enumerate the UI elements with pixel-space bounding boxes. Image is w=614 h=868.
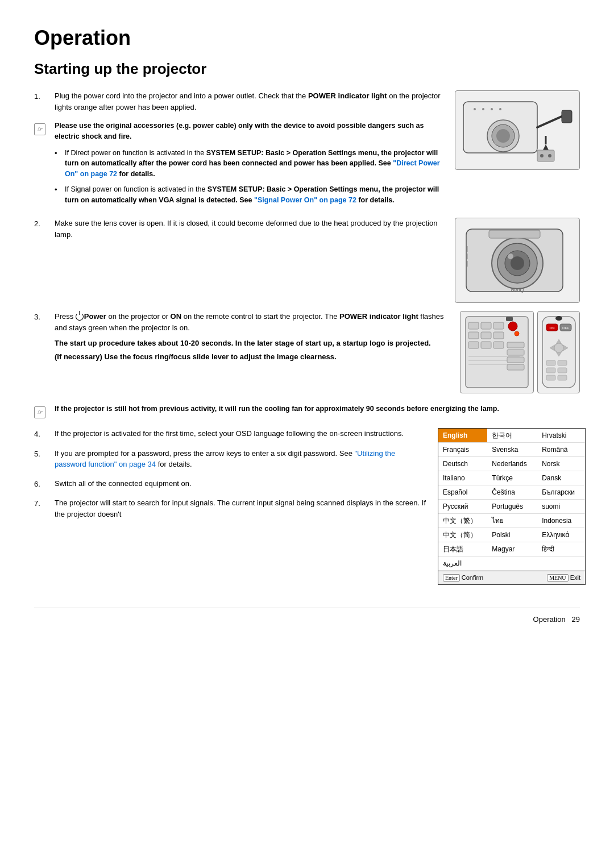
remote-control-image: ON OFF — [537, 311, 580, 393]
lang-swedish[interactable]: Svenska — [487, 443, 537, 457]
svg-point-3 — [491, 108, 493, 110]
lang-greek[interactable]: Ελληνικά — [537, 528, 585, 542]
svg-rect-37 — [506, 317, 513, 321]
step-2-left: 2. Make sure the lens cover is open. If … — [34, 218, 455, 248]
svg-rect-42 — [507, 342, 524, 348]
svg-rect-31 — [481, 332, 491, 339]
svg-rect-60 — [546, 375, 555, 380]
lang-portuguese[interactable]: Português — [487, 500, 537, 514]
footer-label: Operation — [533, 614, 566, 625]
lang-korean[interactable]: 한국어 — [487, 429, 537, 443]
bold-power-indicator-light: POWER indicator light — [339, 312, 418, 321]
step-6-text: Switch all of the connected equipment on… — [55, 478, 426, 489]
step-3-text: Press Power on the projector or ON on th… — [55, 311, 454, 362]
language-table: English 한국어 Hrvatski Français Svenska Ro… — [438, 429, 585, 571]
plug-svg — [458, 93, 577, 167]
lang-row-9: 日本語 Magyar हिन्दी — [438, 542, 585, 556]
lang-russian[interactable]: Русский — [438, 500, 487, 514]
lens-image: BenQ — [455, 218, 580, 303]
lang-row-2: Français Svenska Română — [438, 443, 585, 457]
lang-row-5: Español Čeština Български — [438, 485, 585, 500]
step-6-num: 6. — [34, 478, 55, 490]
step-4-num: 4. — [34, 428, 55, 440]
bold-on: ON — [171, 312, 182, 321]
lang-indonesian[interactable]: Indonesia — [537, 514, 585, 528]
step-1-row: 1. Plug the power cord into the projecto… — [34, 90, 580, 210]
lang-danish[interactable]: Dansk — [537, 471, 585, 485]
step-3-content: 3. Press Power on the projector or ON on… — [34, 311, 454, 362]
svg-rect-32 — [493, 332, 504, 339]
step-3-num: 3. — [34, 311, 55, 323]
lang-chinese-trad[interactable]: 中文（繁） — [438, 514, 487, 528]
lang-hungarian[interactable]: Magyar — [487, 542, 537, 556]
step-1-num: 1. — [34, 90, 55, 102]
lens-svg: BenQ — [458, 218, 577, 303]
lang-norwegian[interactable]: Norsk — [537, 457, 585, 471]
svg-rect-44 — [507, 357, 524, 363]
step-1-content: 1. Plug the power cord into the projecto… — [34, 90, 443, 113]
svg-rect-9 — [562, 110, 572, 123]
svg-rect-35 — [493, 342, 504, 348]
bullet-direct-power: • If Direct power on function is activat… — [34, 148, 443, 180]
svg-point-62 — [555, 316, 562, 321]
lang-empty-1 — [487, 556, 537, 571]
lang-polish[interactable]: Polski — [487, 528, 537, 542]
svg-rect-57 — [558, 360, 567, 366]
svg-rect-29 — [493, 322, 504, 329]
lang-turkish[interactable]: Türkçe — [487, 471, 537, 485]
svg-rect-30 — [468, 332, 479, 339]
lang-arabic[interactable]: العربية — [438, 556, 487, 571]
lang-bulgarian[interactable]: Български — [537, 485, 585, 500]
language-table-body: English 한국어 Hrvatski Français Svenska Ro… — [438, 429, 585, 571]
lang-french[interactable]: Français — [438, 443, 487, 457]
svg-text:BenQ: BenQ — [511, 287, 524, 293]
step-1-text: Plug the power cord into the projector a… — [55, 90, 443, 113]
language-table-footer: Enter Confirm MENU Exit — [438, 571, 585, 584]
cooling-tip-icon: ☞ — [34, 404, 55, 419]
lang-romanian[interactable]: Română — [537, 443, 585, 457]
svg-rect-12 — [537, 150, 554, 161]
lang-row-6: Русский Português suomi — [438, 500, 585, 514]
bullet-dot-2: • — [55, 184, 65, 196]
plug-image — [455, 90, 580, 170]
lang-row-8: 中文（简） Polski Ελληνικά — [438, 528, 585, 542]
lang-czech[interactable]: Čeština — [487, 485, 537, 500]
step-3-note1: The start up procedure takes about 10-20… — [55, 338, 454, 349]
step-2-content: 2. Make sure the lens cover is open. If … — [34, 218, 443, 240]
lang-chinese-simp[interactable]: 中文（简） — [438, 528, 487, 542]
svg-rect-61 — [558, 375, 567, 380]
link-direct-power-on[interactable]: "Direct Power On" on page 72 — [65, 159, 440, 178]
step-5-content: 5. If you are prompted for a password, p… — [34, 448, 426, 470]
svg-rect-22 — [489, 230, 540, 238]
control-panel-image — [460, 311, 534, 393]
svg-point-14 — [548, 154, 551, 157]
svg-text:ON: ON — [549, 326, 554, 330]
svg-point-13 — [540, 154, 544, 157]
link-signal-power-on[interactable]: "Signal Power On" on page 72 — [254, 196, 356, 204]
bullet-dot-1: • — [55, 148, 65, 159]
svg-point-19 — [511, 256, 524, 270]
link-password-function[interactable]: "Utilizing the password function" on pag… — [55, 449, 395, 469]
cooling-fan-note: ☞ If the projector is still hot from pre… — [34, 404, 580, 419]
lang-english[interactable]: English — [438, 429, 487, 443]
lang-spanish[interactable]: Español — [438, 485, 487, 500]
step-7-text: The projector will start to search for i… — [55, 497, 426, 520]
step-3-note2: (If necessary) Use the focus ring/focus … — [55, 351, 454, 363]
svg-rect-28 — [481, 322, 491, 329]
plug-image-area — [455, 90, 580, 170]
svg-rect-58 — [546, 368, 555, 373]
power-symbol-icon — [76, 313, 84, 321]
chapter-title: Operation — [34, 23, 580, 53]
lang-hindi[interactable]: हिन्दी — [537, 542, 585, 556]
lang-croatian[interactable]: Hrvatski — [537, 429, 585, 443]
svg-rect-33 — [468, 342, 479, 348]
lang-japanese[interactable]: 日本語 — [438, 542, 487, 556]
lang-finnish[interactable]: suomi — [537, 500, 585, 514]
step-2-text: Make sure the lens cover is open. If it … — [55, 218, 443, 240]
lang-german[interactable]: Deutsch — [438, 457, 487, 471]
lang-dutch[interactable]: Nederlands — [487, 457, 537, 471]
lang-italian[interactable]: Italiano — [438, 471, 487, 485]
svg-point-2 — [482, 108, 484, 110]
lang-thai[interactable]: ไทย — [487, 514, 537, 528]
enter-key: Enter — [443, 574, 460, 582]
